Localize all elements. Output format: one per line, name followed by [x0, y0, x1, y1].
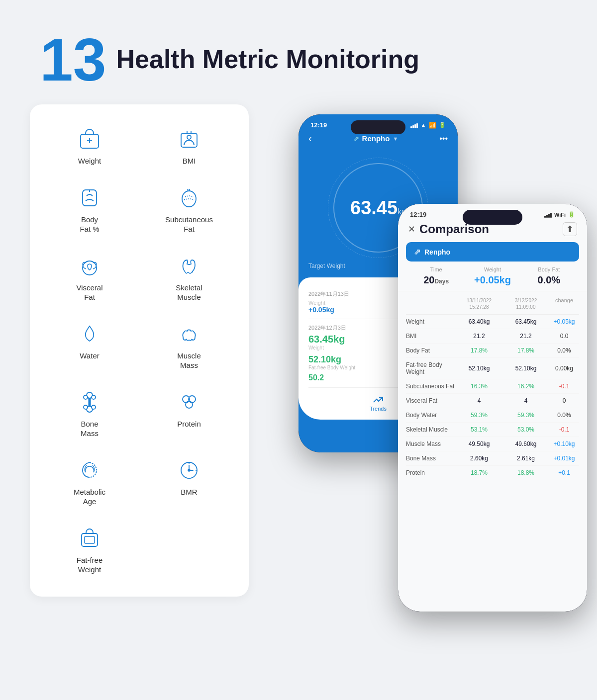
muscle-mass-icon: [176, 321, 202, 347]
metric-water: Water: [40, 314, 139, 377]
back-weight-value: 63.45: [350, 197, 398, 218]
water-label: Water: [80, 351, 99, 361]
protein-icon: [176, 389, 202, 415]
blue-bar: ⇗ Renpho: [406, 242, 579, 262]
page-header: 13 Health Metric Monitoring: [0, 0, 597, 104]
bone-mass-label: BoneMass: [81, 419, 99, 438]
bmr-label: BMR: [181, 487, 197, 497]
svg-point-18: [92, 405, 96, 409]
main-content: Weight BMI: [0, 104, 597, 651]
weight-label: Weight: [78, 156, 101, 166]
page-title: Health Metric Monitoring: [111, 45, 419, 74]
svg-rect-27: [85, 536, 95, 543]
svg-point-23: [188, 469, 190, 471]
table-row: Body Water 59.3% 59.3% 0.0%: [406, 408, 579, 423]
svg-rect-7: [83, 190, 97, 206]
metric-bone-mass: BoneMass: [40, 382, 139, 445]
metric-skeletal-muscle: SkeletalMuscle: [139, 246, 239, 309]
summary-time-label: Time: [430, 266, 442, 272]
metric-body-fat: BodyFat %: [40, 178, 139, 241]
metric-visceral-fat: VisceralFat: [40, 246, 139, 309]
back-phone-app-title: Renpho: [362, 134, 390, 143]
metric-protein: Protein: [139, 382, 239, 445]
body-fat-icon: [77, 185, 102, 211]
subcutaneous-fat-label: SubcutaneousFat: [165, 215, 213, 234]
subcutaneous-fat-icon: [176, 185, 202, 211]
trends-label: Trends: [370, 406, 387, 412]
table-row: Subcutaneous Fat 16.3% 16.2% -0.1: [406, 379, 579, 394]
svg-point-9: [182, 191, 196, 207]
bmr-icon: [176, 457, 202, 483]
metrics-panel: Weight BMI: [30, 104, 249, 597]
table-row: BMI 21.2 21.2 0.0: [406, 329, 579, 344]
metabolic-age-label: MetabolicAge: [74, 487, 105, 507]
summary-bodyfat-change: 0.0%: [538, 274, 561, 286]
muscle-mass-label: MuscleMass: [177, 351, 201, 370]
svg-point-16: [92, 395, 96, 399]
metric-weight: Weight: [40, 119, 139, 173]
bmi-label: BMI: [183, 156, 196, 166]
table-row: Fat-free Body Weight 52.10kg 52.10kg 0.0…: [406, 358, 579, 379]
metric-subcutaneous-fat: SubcutaneousFat: [139, 178, 239, 241]
svg-rect-26: [82, 533, 98, 546]
phone-front: 12:19 WiFi 🔋 ✕: [398, 204, 587, 612]
table-row: Visceral Fat 4 4 0: [406, 394, 579, 408]
svg-point-21: [186, 401, 193, 408]
svg-point-4: [187, 135, 191, 139]
summary-days: 20Days: [423, 274, 449, 286]
svg-point-15: [84, 395, 88, 399]
summary-weight-label: Weight: [484, 266, 501, 272]
metabolic-age-icon: [77, 457, 102, 483]
table-row: Bone Mass 2.60kg 2.61kg +0.01kg: [406, 451, 579, 466]
fat-free-weight-label: Fat-freeWeight: [77, 555, 103, 575]
summary-bodyfat-label: Body Fat: [538, 266, 560, 272]
phones-area: 12:19 ▲ 📶 🔋 ‹: [269, 104, 567, 651]
brand-label: Renpho: [424, 248, 450, 256]
table-row: Weight 63.40kg 63.45kg +0.05kg: [406, 315, 579, 329]
visceral-fat-icon: [77, 253, 102, 279]
summary-weight-change: +0.05kg: [474, 274, 511, 286]
metrics-grid: Weight BMI: [40, 119, 239, 582]
skeletal-muscle-icon: [176, 253, 202, 279]
weight-icon: [77, 126, 102, 152]
metric-count: 13: [40, 30, 106, 89]
metric-bmi: BMI: [139, 119, 239, 173]
fat-free-weight-icon: [77, 525, 102, 551]
table-row: Muscle Mass 49.50kg 49.60kg +0.10kg: [406, 437, 579, 451]
metric-muscle-mass: MuscleMass: [139, 314, 239, 377]
skeletal-muscle-label: SkeletalMuscle: [176, 283, 202, 302]
bone-mass-icon: [77, 389, 102, 415]
visceral-fat-label: VisceralFat: [76, 283, 102, 302]
protein-label: Protein: [177, 419, 201, 429]
svg-point-17: [84, 405, 88, 409]
metric-fat-free-weight: Fat-freeWeight: [40, 519, 139, 582]
front-phone-time: 12:19: [410, 211, 426, 218]
comparison-table: 13/11/202215:27:28 3/12/202211:09:00 cha…: [398, 291, 587, 484]
summary-row: Time 20Days Weight +0.05kg Body Fat 0.0%: [398, 262, 587, 291]
table-row: Protein 18.7% 18.8% +0.1: [406, 466, 579, 480]
metric-metabolic-age: MetabolicAge: [40, 450, 139, 514]
body-fat-label: BodyFat %: [80, 215, 99, 234]
metric-bmr: BMR: [139, 450, 239, 514]
water-icon: [77, 321, 102, 347]
table-row: Body Fat 17.8% 17.8% 0.0%: [406, 344, 579, 358]
bmi-icon: [176, 126, 202, 152]
table-row: Skeletal Muscle 53.1% 53.0% -0.1: [406, 423, 579, 437]
back-phone-time: 12:19: [310, 121, 327, 129]
